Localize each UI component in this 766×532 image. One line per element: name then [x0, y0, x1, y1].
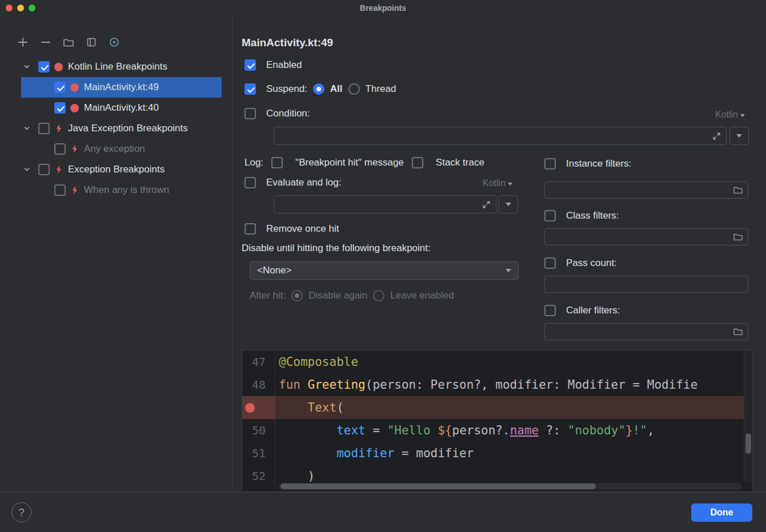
- remove-breakpoint-button[interactable]: [39, 35, 53, 49]
- tree-item-exception-breakpoints[interactable]: Exception Breakpoints: [21, 159, 222, 180]
- chevron-down-icon[interactable]: [22, 124, 31, 133]
- condition-language-selector[interactable]: Kotlin: [715, 110, 745, 120]
- breakpoint-checkbox[interactable]: [54, 143, 66, 155]
- evaluate-language-selector[interactable]: Kotlin: [483, 178, 512, 188]
- code-line: Text(: [242, 396, 752, 419]
- package-icon: [108, 36, 121, 49]
- suspend-thread-radio[interactable]: [348, 83, 360, 95]
- line-number[interactable]: 47: [242, 350, 275, 373]
- tree-item-any-exception[interactable]: Any exception: [21, 139, 222, 159]
- tree-item-kotlin-line-breakpoints[interactable]: Kotlin Line Breakpoints: [21, 57, 222, 77]
- group-by-file-button[interactable]: [62, 35, 75, 49]
- evaluate-input[interactable]: [274, 195, 496, 213]
- condition-checkbox[interactable]: [244, 108, 256, 119]
- code-line: 47@Composable: [242, 350, 752, 373]
- disable-again-radio[interactable]: [291, 290, 303, 301]
- log-message-checkbox[interactable]: [271, 157, 283, 168]
- plus-icon: [17, 36, 29, 49]
- tree-item-mainactivity-49[interactable]: MainActivity.kt:49: [21, 77, 222, 98]
- tree-item-label: Exception Breakpoints: [68, 164, 165, 175]
- suspend-label: Suspend:: [266, 83, 307, 95]
- breakpoint-checkbox[interactable]: [54, 102, 66, 114]
- disable-again-label: Disable again: [308, 290, 367, 301]
- tree-item-java-exception-breakpoints[interactable]: Java Exception Breakpoints: [21, 118, 222, 139]
- leave-enabled-label: Leave enabled: [390, 290, 454, 301]
- leave-enabled-radio[interactable]: [373, 290, 384, 301]
- suspend-checkbox[interactable]: [244, 83, 256, 95]
- help-button[interactable]: ?: [11, 502, 31, 522]
- group-by-class-button[interactable]: [85, 35, 98, 49]
- line-number[interactable]: 48: [242, 373, 275, 396]
- browse-folder-icon[interactable]: [733, 185, 743, 198]
- log-message-label: "Breakpoint hit" message: [295, 157, 404, 168]
- window-title: Breakpoints: [0, 3, 766, 13]
- add-breakpoint-button[interactable]: [16, 35, 30, 49]
- breakpoint-dot-icon[interactable]: [245, 403, 255, 413]
- disable-until-dropdown[interactable]: <None>: [250, 261, 519, 280]
- code-text: fun Greeting(person: Person?, modifier: …: [275, 378, 697, 392]
- done-button[interactable]: Done: [691, 503, 752, 522]
- enabled-checkbox[interactable]: [244, 59, 256, 71]
- code-preview-editor[interactable]: 47@Composable48fun Greeting(person: Pers…: [242, 350, 753, 492]
- vertical-scrollbar-thumb[interactable]: [745, 433, 751, 454]
- code-line: 50 text = "Hello ${person?.name ?: "nobo…: [242, 419, 752, 442]
- horizontal-scrollbar-thumb[interactable]: [280, 483, 596, 489]
- breakpoints-tree: Kotlin Line Breakpoints MainActivity.kt:…: [0, 57, 232, 200]
- class-filters-input[interactable]: [544, 228, 748, 245]
- instance-filters-input[interactable]: [544, 182, 748, 199]
- dialog-footer: ? Done: [0, 492, 766, 532]
- after-hit-label: After hit:: [250, 290, 286, 301]
- line-number[interactable]: 50: [242, 419, 275, 442]
- expand-editor-icon[interactable]: [712, 132, 721, 143]
- chevron-down-icon: [740, 114, 745, 117]
- browse-folder-icon[interactable]: [733, 232, 743, 244]
- breakpoint-checkbox[interactable]: [54, 82, 66, 93]
- group-checkbox[interactable]: [38, 61, 50, 72]
- pass-count-input[interactable]: [544, 276, 748, 293]
- stack-trace-checkbox[interactable]: [412, 157, 423, 168]
- group-checkbox[interactable]: [38, 123, 50, 134]
- breakpoint-checkbox[interactable]: [54, 184, 66, 196]
- disable-until-label: Disable until hitting the following brea…: [242, 243, 431, 254]
- caller-filters-input[interactable]: [544, 323, 748, 340]
- vertical-scrollbar[interactable]: [744, 350, 752, 482]
- suspend-all-radio[interactable]: [313, 83, 324, 95]
- tree-item-label: Any exception: [84, 143, 145, 155]
- expand-editor-icon[interactable]: [482, 200, 491, 211]
- code-text: ): [275, 469, 315, 483]
- instance-filters-checkbox[interactable]: [544, 158, 556, 170]
- browse-folder-icon[interactable]: [733, 327, 743, 339]
- chevron-down-icon: [508, 183, 512, 186]
- chevron-down-icon[interactable]: [22, 165, 31, 174]
- log-label: Log:: [244, 157, 263, 168]
- class-filters-checkbox[interactable]: [544, 210, 556, 221]
- horizontal-scrollbar[interactable]: [279, 483, 742, 490]
- chevron-down-icon: [506, 269, 511, 272]
- evaluate-history-dropdown[interactable]: [499, 195, 518, 213]
- minus-icon: [39, 36, 52, 49]
- code-text: Text(: [275, 401, 344, 414]
- remove-once-hit-checkbox[interactable]: [244, 223, 256, 235]
- breakpoint-gutter[interactable]: [242, 396, 275, 419]
- condition-label: Condition:: [266, 108, 310, 119]
- condition-history-dropdown[interactable]: [729, 127, 749, 145]
- suspend-thread-label: Thread: [366, 83, 396, 95]
- line-number[interactable]: 51: [242, 442, 275, 465]
- group-checkbox[interactable]: [38, 164, 50, 175]
- group-by-package-button[interactable]: [107, 35, 121, 49]
- exception-breakpoint-icon: [70, 186, 79, 195]
- line-number[interactable]: 52: [242, 465, 275, 487]
- tree-item-mainactivity-40[interactable]: MainActivity.kt:40: [21, 98, 222, 118]
- breakpoints-sidebar: Kotlin Line Breakpoints MainActivity.kt:…: [0, 16, 232, 492]
- stack-trace-label: Stack trace: [436, 157, 484, 168]
- caller-filters-checkbox[interactable]: [544, 305, 556, 316]
- condition-input[interactable]: [274, 127, 727, 145]
- tree-item-when-any-is-thrown[interactable]: When any is thrown: [21, 180, 222, 200]
- evaluate-label: Evaluate and log:: [266, 177, 341, 188]
- code-text: @Composable: [275, 355, 358, 369]
- pass-count-checkbox[interactable]: [544, 257, 556, 269]
- evaluate-checkbox[interactable]: [244, 177, 256, 188]
- breakpoints-dialog: Breakpoints Kotli: [0, 0, 766, 532]
- code-text: text = "Hello ${person?.name ?: "nobody"…: [275, 424, 655, 437]
- chevron-down-icon[interactable]: [22, 62, 31, 71]
